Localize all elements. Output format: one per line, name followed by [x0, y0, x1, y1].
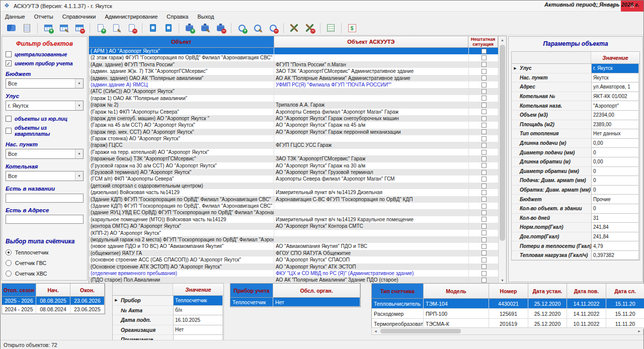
table-row[interactable]: (Грузовой гараж на 30 а/м ССТ) АО "Аэроп…: [89, 162, 499, 169]
checkbox-icon[interactable]: [6, 128, 12, 134]
table-row[interactable]: (гаражные боксы) ТЗК "АэропортГСМсервис"…: [89, 155, 499, 162]
table-row[interactable]: 2024 - 202508.08.202423.06.2025: [2, 305, 105, 314]
emergency-checkbox[interactable]: [481, 136, 487, 141]
property-row[interactable]: Длинна подачи (м)0,00: [512, 139, 639, 148]
meters-horizontal-scrollbar[interactable]: ◄ ►: [371, 327, 643, 335]
emergency-checkbox[interactable]: [481, 49, 487, 54]
table-row[interactable]: РасходомерПРП-10012569125.12.202014.11.2…: [372, 309, 644, 319]
device-edit-button[interactable]: ✎: [198, 22, 212, 34]
scrollbar-thumb[interactable]: [380, 329, 461, 333]
column-header-3[interactable]: Дата устан.: [528, 284, 567, 299]
emergency-checkbox[interactable]: [481, 217, 487, 222]
radio-hot-water-meter[interactable]: Счетчик ГВС: [6, 260, 84, 266]
property-row[interactable]: Объем (м3)22394,00: [512, 111, 639, 120]
column-header-0[interactable]: Тип счетчика: [372, 284, 424, 299]
device-delete-button[interactable]: −: [214, 22, 227, 34]
table-row[interactable]: (гараж № 2)Трипалов А.А. Гараж: [89, 102, 499, 108]
emergency-checkbox[interactable]: [481, 250, 487, 255]
table-row[interactable]: ТеплосчетчикНет: [230, 298, 360, 307]
service-delete-button[interactable]: −: [303, 22, 316, 34]
menu-item-администрирование[interactable]: Администрирование: [100, 13, 162, 21]
column-header-askuute[interactable]: Объект АСКУУТЭ: [274, 36, 469, 48]
property-row[interactable]: Площадь (м2)2389,00: [512, 120, 639, 130]
emergency-checkbox[interactable]: [481, 129, 487, 134]
emergency-checkbox[interactable]: [481, 184, 487, 189]
device-add-button[interactable]: +: [183, 22, 196, 34]
property-value[interactable]: г. Якутск: [591, 63, 639, 73]
emergency-checkbox[interactable]: [481, 224, 487, 229]
ulus-select[interactable]: г. Якутск ▼: [6, 101, 84, 111]
property-value[interactable]: 241,84: [591, 232, 639, 242]
property-row[interactable]: Диаметр подачи (мм)0: [512, 148, 639, 157]
property-value[interactable]: Прочие: [591, 194, 639, 204]
property-value[interactable]: 0: [591, 204, 639, 214]
table-row[interactable]: (отделение временного пребывания)ФКУ "ЦХ…: [89, 270, 499, 277]
property-row[interactable]: Адресул.Авиаторов, 1: [512, 82, 639, 92]
address-contains-input[interactable]: [6, 215, 84, 224]
budget-select[interactable]: Все ▼: [6, 78, 84, 89]
table-row[interactable]: (админ.здание А) ЯМСЦУФМП РС(Я) "Филиала…: [89, 81, 499, 88]
menu-item-отчеты[interactable]: Отчеты: [30, 13, 58, 21]
property-row[interactable]: Котельная №ЯКТ-КК 01/002: [512, 92, 639, 102]
emergency-checkbox[interactable]: [481, 143, 487, 148]
scroll-left-icon[interactable]: ◄: [372, 329, 379, 333]
scroll-right-icon[interactable]: ►: [635, 329, 643, 333]
property-row[interactable]: Кол-во объект. в здании0: [512, 204, 639, 214]
emergency-checkbox[interactable]: [481, 150, 487, 155]
property-value[interactable]: ул.Авиаторов, 1: [591, 82, 639, 92]
settlement-select[interactable]: Все ▼: [6, 149, 84, 159]
radio-icon[interactable]: [6, 249, 12, 255]
property-row[interactable]: Подача: Диам. армат (мм)0: [512, 176, 639, 186]
property-value[interactable]: Нет: [173, 325, 223, 335]
column-header-4[interactable]: Дата пов.: [567, 284, 606, 299]
checkbox-icon[interactable]: [6, 116, 12, 122]
property-value[interactable]: "Аэропорт": [591, 101, 639, 111]
property-row[interactable]: ОрганизацияНет: [113, 325, 223, 335]
table-row[interactable]: (Грузовой терминал) АО "Аэропорт Якутск"…: [89, 169, 499, 176]
property-value[interactable]: 0: [591, 166, 639, 177]
table-row[interactable]: (АТС (СИиС)) АО "Аэропорт Якутск": [89, 88, 499, 95]
table-row[interactable]: (2 этаж гараж) ФГУП "Госкорпорация по Ор…: [89, 54, 499, 61]
property-row[interactable]: Обратка: Диам. армат (мм)0: [512, 186, 639, 195]
property-value[interactable]: 2389,00: [591, 120, 639, 130]
table-row[interactable]: (ГСМ а/п) ФКП "Аэропорты Севера"Аэропорт…: [89, 176, 499, 182]
vertical-scrollbar[interactable]: ▲ ▼: [498, 36, 506, 284]
table-row[interactable]: (новое здание ПДО и ТО ВС) АО "Авиакомпа…: [89, 243, 499, 249]
emergency-checkbox[interactable]: [481, 69, 487, 74]
table-row[interactable]: (гараж пер. мех. ССТ) АО "Аэропорт Якутс…: [89, 129, 499, 135]
period-edit-button[interactable]: ✎: [57, 22, 70, 34]
radio-icon[interactable]: [6, 260, 12, 266]
column-header-1[interactable]: Нач.: [36, 284, 70, 297]
emergency-checkbox[interactable]: [481, 75, 487, 80]
table-row[interactable]: (детский спортзал с оздоровительным цент…: [89, 183, 499, 189]
report-button[interactable]: [20, 22, 34, 34]
property-value[interactable]: 16.10.2025: [173, 315, 223, 325]
scrollbar-thumb[interactable]: [500, 45, 505, 241]
readings-grid-button[interactable]: [324, 22, 338, 34]
property-row[interactable]: ▶Улусг. Якутск: [512, 64, 639, 73]
checkbox-icon[interactable]: [6, 51, 12, 57]
property-row[interactable]: № Актаб/н: [113, 306, 223, 316]
table-row[interactable]: (общежитие) ЯАТУ ГАФГОУ СПО ЯАТУГА Общеж…: [89, 250, 499, 256]
checkbox-centralized[interactable]: централизованные: [6, 51, 84, 57]
property-value[interactable]: 0: [591, 176, 639, 186]
property-row[interactable]: Потери в теплосети (Гкал)4,79: [512, 241, 639, 251]
table-row[interactable]: (Гаражи на терр. котельной) АО "Аэропорт…: [89, 149, 499, 155]
menu-item-справка[interactable]: Справка: [162, 13, 193, 21]
scroll-up-icon[interactable]: ▲: [499, 36, 506, 44]
emergency-checkbox[interactable]: [481, 190, 487, 195]
menu-item-данные[interactable]: Данные: [1, 13, 30, 21]
emergency-checkbox[interactable]: [481, 210, 487, 215]
tariff-button[interactable]: $: [345, 22, 359, 34]
table-row[interactable]: (контора ОМТС) АО "Аэропорт Якутск"АО "А…: [89, 223, 499, 229]
table-row[interactable]: ТепловычислительТЭМ-104443002125.12.2020…: [372, 299, 644, 309]
property-value[interactable]: 0: [591, 185, 639, 195]
column-header-1[interactable]: Модель: [424, 284, 489, 299]
table-row[interactable]: (Здание КДП) ФГУП "Госкорпорация по ОрВД…: [89, 196, 499, 203]
chevron-down-icon[interactable]: ▼: [75, 79, 83, 88]
emergency-checkbox[interactable]: [481, 264, 487, 269]
object-add-button[interactable]: +: [94, 22, 107, 34]
emergency-checkbox[interactable]: [481, 116, 487, 121]
emergency-checkbox[interactable]: [481, 230, 487, 235]
period-add-button[interactable]: +: [41, 22, 55, 34]
